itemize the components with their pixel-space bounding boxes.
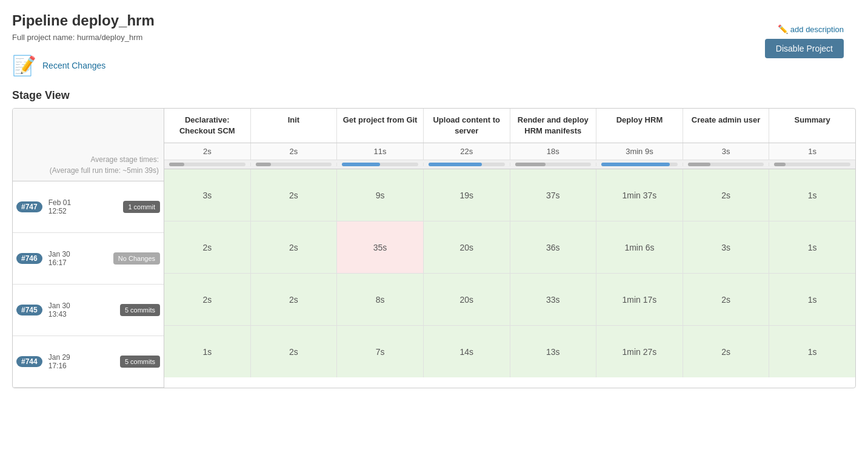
build-row-1: #746Jan 3016:17No Changes xyxy=(13,233,164,285)
avg-label: Average stage times: xyxy=(50,154,159,165)
build-time-0: 12:52 xyxy=(48,207,119,215)
progress-bar-fill-4 xyxy=(515,163,546,166)
data-cell-2-5: 1min 17s xyxy=(596,274,683,325)
build-time-1: 16:17 xyxy=(48,258,109,267)
progress-bar-fill-3 xyxy=(429,163,482,166)
notepad-icon: 📝 xyxy=(12,54,36,77)
recent-changes-link[interactable]: Recent Changes xyxy=(42,61,105,70)
build-row-0: #747Feb 0112:521 commit xyxy=(13,181,164,233)
data-cell-1-5: 1min 6s xyxy=(596,221,683,273)
data-cell-0-0: 3s xyxy=(164,169,251,221)
data-cell-3-2: 7s xyxy=(337,326,424,377)
stages-header-row: Declarative: Checkout SCMInitGet project… xyxy=(164,109,855,143)
data-row-3: 1s2s7s14s13s1min 27s2s1s xyxy=(164,326,855,377)
data-cell-0-1: 2s xyxy=(251,169,338,221)
build-time-2: 13:43 xyxy=(48,310,115,319)
stages-grid: Declarative: Checkout SCMInitGet project… xyxy=(164,109,855,388)
progress-cell-5 xyxy=(596,163,683,166)
avg-row: 2s2s11s22s18s3min 9s3s1s xyxy=(164,143,855,160)
add-description-link[interactable]: ✏️ add description xyxy=(778,24,844,34)
build-commit-3: 5 commits xyxy=(120,356,160,368)
build-badge-2[interactable]: #745 xyxy=(16,305,42,315)
data-row-2: 2s2s8s20s33s1min 17s2s1s xyxy=(164,274,855,326)
data-cell-3-0: 1s xyxy=(164,326,251,377)
avg-cell-2: 11s xyxy=(337,143,424,160)
pipeline-container: Average stage times: (Average full run t… xyxy=(12,108,856,388)
data-cell-1-4: 36s xyxy=(510,221,597,273)
top-right-actions: ✏️ add description Disable Project xyxy=(765,24,844,58)
stage-header-summary: Summary xyxy=(769,109,855,143)
progress-cell-3 xyxy=(424,163,510,166)
progress-cell-2 xyxy=(337,163,424,166)
data-cell-3-1: 2s xyxy=(251,326,338,377)
data-rows: 3s2s9s19s37s1min 37s2s1s2s2s35s20s36s1mi… xyxy=(164,169,855,377)
sidebar-spacer: Average stage times: (Average full run t… xyxy=(13,109,164,181)
data-cell-1-2: 35s xyxy=(337,221,424,273)
progress-bar-bg-6 xyxy=(688,163,764,166)
data-cell-2-4: 33s xyxy=(510,274,597,325)
stage-header-admin: Create admin user xyxy=(683,109,770,143)
progress-bar-fill-5 xyxy=(601,163,670,166)
data-cell-3-5: 1min 27s xyxy=(596,326,683,377)
data-cell-1-0: 2s xyxy=(164,221,251,273)
disable-project-button[interactable]: Disable Project xyxy=(765,39,844,58)
data-cell-2-7: 1s xyxy=(769,274,855,325)
build-date-1: Jan 30 xyxy=(48,250,109,258)
builds-sidebar: Average stage times: (Average full run t… xyxy=(13,109,164,388)
avg-cell-4: 18s xyxy=(510,143,597,160)
builds-list: #747Feb 0112:521 commit#746Jan 3016:17No… xyxy=(13,181,164,388)
build-date-2: Jan 30 xyxy=(48,302,115,310)
data-row-1: 2s2s35s20s36s1min 6s3s1s xyxy=(164,221,855,274)
progress-bar-fill-2 xyxy=(342,163,380,166)
build-badge-0[interactable]: #747 xyxy=(16,201,42,212)
build-badge-1[interactable]: #746 xyxy=(16,253,42,264)
stage-header-git: Get project from Git xyxy=(337,109,424,143)
build-info-2: Jan 3013:43 xyxy=(46,298,118,322)
data-cell-3-7: 1s xyxy=(769,326,855,377)
build-time-3: 17:16 xyxy=(48,362,115,370)
data-cell-0-5: 1min 37s xyxy=(596,169,683,221)
progress-bar-bg-2 xyxy=(342,163,418,166)
stage-view-title: Stage View xyxy=(12,89,856,102)
data-cell-3-6: 2s xyxy=(683,326,770,377)
stage-header-deploy: Deploy HRM xyxy=(596,109,683,143)
recent-changes-area: 📝 Recent Changes xyxy=(12,54,856,77)
data-cell-2-3: 20s xyxy=(424,274,510,325)
data-cell-0-4: 37s xyxy=(510,169,597,221)
progress-cell-1 xyxy=(251,163,338,166)
avg-times-text: Average stage times: (Average full run t… xyxy=(50,154,159,176)
build-commit-2: 5 commits xyxy=(120,304,160,316)
progress-bar-bg-1 xyxy=(256,163,332,166)
progress-cell-6 xyxy=(683,163,770,166)
progress-bar-bg-4 xyxy=(515,163,592,166)
stage-header-declarative: Declarative: Checkout SCM xyxy=(164,109,251,143)
progress-bar-fill-6 xyxy=(688,163,711,166)
edit-icon: ✏️ xyxy=(778,24,788,34)
page-title: Pipeline deploy_hrm xyxy=(12,12,856,29)
data-cell-2-2: 8s xyxy=(337,274,424,325)
build-row-3: #744Jan 2917:165 commits xyxy=(13,336,164,388)
data-cell-1-3: 20s xyxy=(424,221,510,273)
build-row-2: #745Jan 3013:435 commits xyxy=(13,285,164,336)
build-badge-3[interactable]: #744 xyxy=(16,356,42,367)
avg-cell-5: 3min 9s xyxy=(596,143,683,160)
stage-header-upload: Upload content to server xyxy=(424,109,510,143)
progress-bar-fill-1 xyxy=(256,163,271,166)
progress-row xyxy=(164,160,855,169)
progress-cell-4 xyxy=(510,163,597,166)
build-date-3: Jan 29 xyxy=(48,353,115,362)
avg-cell-1: 2s xyxy=(251,143,338,160)
data-cell-0-7: 1s xyxy=(769,169,855,221)
add-description-label: add description xyxy=(790,25,844,34)
build-info-0: Feb 0112:52 xyxy=(46,195,121,219)
data-cell-3-3: 14s xyxy=(424,326,510,377)
stage-header-init: Init xyxy=(251,109,338,143)
data-cell-2-6: 2s xyxy=(683,274,770,325)
progress-bar-fill-7 xyxy=(774,163,786,166)
progress-bar-bg-0 xyxy=(169,163,245,166)
progress-bar-bg-5 xyxy=(601,163,678,166)
data-cell-2-1: 2s xyxy=(251,274,338,325)
page-header: Pipeline deploy_hrm Full project name: h… xyxy=(12,12,856,42)
build-commit-1: No Changes xyxy=(113,252,160,265)
data-cell-1-7: 1s xyxy=(769,221,855,273)
